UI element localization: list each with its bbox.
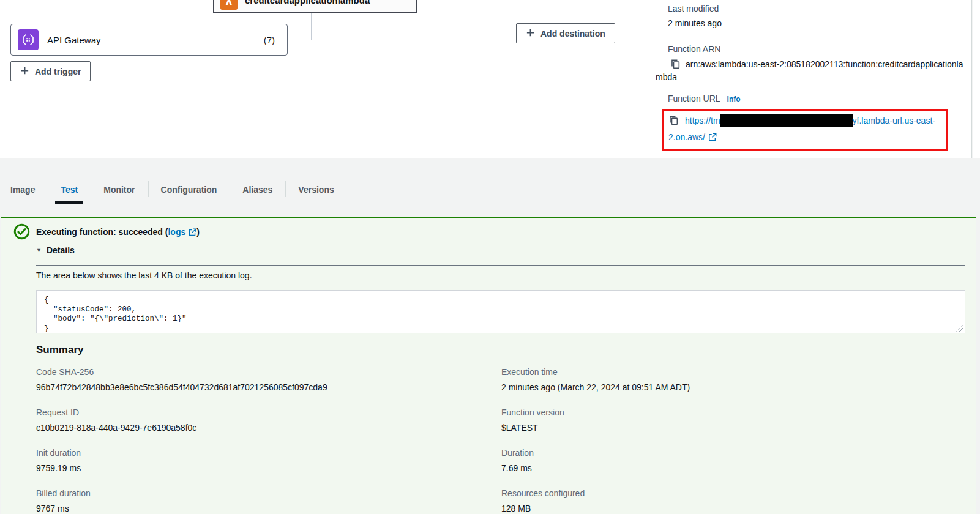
api-gateway-trigger-node[interactable]: API Gateway (7)	[10, 24, 288, 56]
add-destination-label: Add destination	[540, 29, 605, 39]
details-divider	[36, 265, 965, 266]
trigger-node-label: API Gateway	[47, 35, 255, 45]
tab-versions[interactable]: Versions	[285, 173, 346, 207]
summary-field-resources-configured: Resources configured 128 MB	[501, 488, 965, 514]
details-toggle[interactable]: ▼ Details	[36, 245, 91, 255]
plus-icon	[526, 28, 535, 39]
panel-right-margin	[973, 0, 980, 158]
summary-field-request-id: Request ID c10b0219-818a-440a-9429-7e619…	[36, 407, 496, 433]
function-url-link[interactable]: https://tmyf.lambda-url.us-east-2.on.aws…	[668, 116, 935, 142]
function-url-highlight-box: https://tmyf.lambda-url.us-east-2.on.aws…	[662, 109, 948, 151]
summary-field-billed-duration: Billed duration 9767 ms	[36, 488, 496, 514]
success-check-icon	[13, 223, 30, 240]
lambda-icon: λ	[220, 0, 238, 10]
summary-field-duration: Duration 7.69 ms	[501, 447, 965, 474]
summary-field-init-duration: Init duration 9759.19 ms	[36, 447, 496, 474]
last-modified-value: 2 minutes ago	[668, 18, 966, 29]
copy-icon[interactable]	[668, 115, 679, 125]
function-arn-text: arn:aws:lambda:us-east-2:085182002113:fu…	[656, 59, 963, 82]
function-url-line1-end: yf.lambda-url.us-east-	[853, 116, 935, 125]
add-trigger-button[interactable]: Add trigger	[10, 61, 91, 81]
logs-link[interactable]: logs	[168, 227, 185, 237]
function-url-line2: 2.on.aws/	[668, 132, 705, 142]
function-overview-panel: λ creditcardapplicationlambda API Gatewa…	[0, 0, 972, 158]
plus-icon	[20, 66, 29, 77]
lambda-function-name: creditcardapplicationlambda	[245, 0, 370, 6]
summary-section: Code SHA-256 96b74f72b42848bb3e8e6bc5fc3…	[36, 367, 965, 514]
test-success-banner: Executing function: succeeded (logs) ▼ D…	[1, 217, 976, 514]
log-hint-text: The area below shows the last 4 KB of th…	[36, 269, 965, 281]
tab-aliases[interactable]: Aliases	[230, 173, 285, 207]
function-url-prefix: https://tm	[685, 116, 720, 125]
last-modified-label: Last modified	[668, 3, 966, 14]
redaction-bar	[720, 114, 853, 127]
function-details-column: Last modified 2 minutes ago Function ARN…	[656, 0, 972, 151]
tab-configuration[interactable]: Configuration	[148, 173, 230, 207]
execution-log-box[interactable]: { "statusCode": 200, "body": "{\"predict…	[36, 290, 965, 333]
add-destination-button[interactable]: Add destination	[516, 23, 615, 43]
summary-field-function-version: Function version $LATEST	[501, 407, 965, 433]
tab-monitor[interactable]: Monitor	[91, 173, 148, 207]
summary-title: Summary	[36, 344, 965, 356]
copy-icon[interactable]	[670, 59, 681, 69]
execution-status-text: Executing function: succeeded (logs)	[36, 218, 965, 238]
summary-field-code-sha: Code SHA-256 96b74f72b42848bb3e8e6bc5fc3…	[36, 367, 496, 393]
external-link-icon	[189, 228, 196, 236]
external-link-icon	[708, 133, 717, 141]
summary-left-column: Code SHA-256 96b74f72b42848bb3e8e6bc5fc3…	[36, 367, 496, 514]
api-gateway-icon	[18, 29, 39, 50]
summary-field-execution-time: Execution time 2 minutes ago (March 22, …	[501, 367, 965, 393]
function-url-label: Function URL	[668, 93, 720, 104]
execution-log-text: { "statusCode": 200, "body": "{\"predict…	[44, 296, 957, 333]
summary-right-column: Execution time 2 minutes ago (March 22, …	[496, 367, 965, 514]
details-label: Details	[47, 245, 75, 255]
add-trigger-label: Add trigger	[35, 67, 81, 76]
trigger-count-badge: (7)	[264, 35, 275, 45]
function-arn-value: arn:aws:lambda:us-east-2:085182002113:fu…	[656, 58, 967, 84]
lambda-function-node[interactable]: λ creditcardapplicationlambda	[213, 0, 417, 13]
node-connector-horizontal	[294, 40, 311, 40]
caret-down-icon: ▼	[36, 247, 42, 253]
tab-image[interactable]: Image	[10, 173, 48, 207]
info-link[interactable]: Info	[727, 95, 741, 103]
node-connector-vertical	[311, 13, 312, 40]
function-tabs: Image Test Monitor Configuration Aliases…	[0, 173, 972, 207]
tab-test[interactable]: Test	[48, 173, 91, 207]
function-arn-label: Function ARN	[668, 43, 966, 54]
